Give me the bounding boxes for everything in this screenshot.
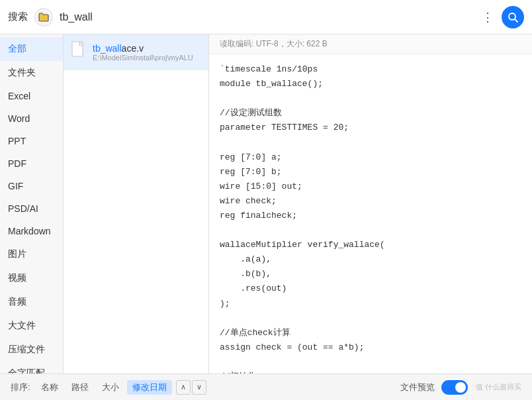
file-name-suffix: ace.v — [122, 43, 144, 54]
file-path: E:\ModelSimInstall\proj\myALU — [93, 54, 193, 62]
bottom-bar: 排序: 名称 路径 大小 修改日期 ∧ ∨ 文件预览 值 什么值得买 — [0, 374, 532, 400]
more-button[interactable]: ⋮ — [479, 7, 496, 27]
sort-path[interactable]: 路径 — [66, 380, 94, 395]
search-input-wrap — [60, 11, 472, 23]
sidebar-item-5[interactable]: PDF — [0, 152, 63, 175]
sidebar-item-6[interactable]: GIF — [0, 175, 63, 197]
folder-icon[interactable] — [34, 8, 53, 26]
sidebar-item-1[interactable]: 文件夹 — [0, 61, 63, 85]
sidebar-item-0[interactable]: 全部 — [0, 37, 63, 61]
preview-toggle-label: 文件预览 — [400, 381, 435, 393]
preview-toggle[interactable] — [441, 380, 468, 395]
preview-content[interactable]: `timescale 1ns/10ps module tb_wallace();… — [209, 54, 532, 374]
sidebar-item-14[interactable]: 全字匹配 — [0, 362, 63, 374]
file-list: tb_wallace.v E:\ModelSimInstall\proj\myA… — [64, 34, 209, 374]
file-icon — [71, 41, 86, 64]
sort-label: 排序: — [11, 381, 30, 393]
search-label: 搜索 — [8, 11, 28, 23]
svg-line-1 — [515, 19, 517, 22]
main-area: 全部文件夹ExcelWordPPTPDFGIFPSD/AIMarkdown图片视… — [0, 34, 532, 374]
search-button[interactable] — [502, 6, 524, 28]
file-name-highlight: tb_wall — [93, 43, 122, 54]
sort-name[interactable]: 名称 — [36, 380, 64, 395]
header-actions: ⋮ — [479, 6, 524, 28]
toggle-thumb — [455, 382, 466, 393]
sidebar-item-8[interactable]: Markdown — [0, 220, 63, 242]
sort-date[interactable]: 修改日期 — [127, 380, 172, 395]
header: 搜索 ⋮ — [0, 0, 532, 34]
sidebar-item-7[interactable]: PSD/AI — [0, 197, 63, 220]
watermark-text: 值 什么值得买 — [476, 382, 521, 392]
search-input[interactable] — [60, 11, 472, 23]
sort-asc-button[interactable]: ∧ — [176, 380, 191, 395]
file-name: tb_wallace.v — [93, 43, 193, 54]
preview-panel: 读取编码: UTF-8，大小: 622 B `timescale 1ns/10p… — [209, 34, 532, 374]
sidebar-item-10[interactable]: 视频 — [0, 266, 63, 290]
preview-meta: 读取编码: UTF-8，大小: 622 B — [209, 34, 532, 54]
sidebar-item-12[interactable]: 大文件 — [0, 314, 63, 338]
file-info: tb_wallace.v E:\ModelSimInstall\proj\myA… — [93, 43, 193, 62]
sidebar-item-9[interactable]: 图片 — [0, 242, 63, 266]
sort-arrows: ∧ ∨ — [176, 380, 206, 395]
sort-size[interactable]: 大小 — [97, 380, 124, 395]
sidebar-item-3[interactable]: Word — [0, 107, 63, 130]
sort-desc-button[interactable]: ∨ — [192, 380, 206, 395]
sidebar: 全部文件夹ExcelWordPPTPDFGIFPSD/AIMarkdown图片视… — [0, 34, 64, 374]
sidebar-item-11[interactable]: 音频 — [0, 290, 63, 314]
sidebar-item-4[interactable]: PPT — [0, 130, 63, 152]
sidebar-item-2[interactable]: Excel — [0, 85, 63, 107]
sidebar-item-13[interactable]: 压缩文件 — [0, 338, 63, 362]
file-item[interactable]: tb_wallace.v E:\ModelSimInstall\proj\myA… — [64, 34, 208, 70]
